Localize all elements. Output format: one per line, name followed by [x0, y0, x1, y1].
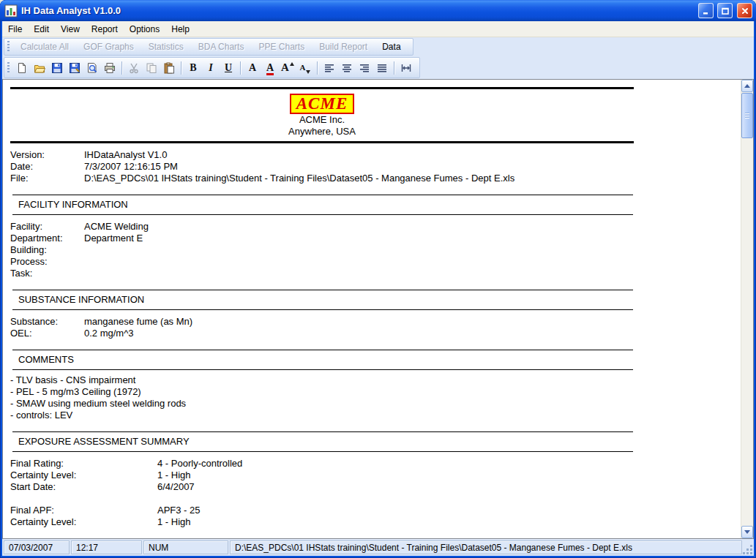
close-button[interactable] [737, 3, 752, 18]
save-as-button[interactable] [66, 59, 83, 77]
scroll-down-button[interactable] [741, 526, 753, 538]
font-color-icon: A [266, 63, 274, 73]
menu-report[interactable]: Report [86, 22, 124, 37]
scroll-up-button[interactable] [741, 80, 753, 92]
open-button[interactable] [31, 59, 48, 77]
company-name: ACME Inc. [10, 114, 634, 126]
field-certainty-level: Certainty Level: 1 - High [10, 470, 741, 481]
report-rule-thick [10, 141, 634, 143]
build-report-button: Build Report [312, 39, 375, 54]
field-value: IHDataAnalyst V1.0 [84, 149, 167, 161]
align-center-button[interactable] [338, 59, 356, 77]
underline-button[interactable]: U [220, 59, 237, 77]
status-file-path: D:\EAS_PDCs\01 IHStats training\Student … [230, 540, 742, 554]
facility-section-body: Facility: ACME Welding Department: Depar… [10, 221, 741, 279]
field-label: Substance: [10, 316, 84, 328]
align-right-button[interactable] [356, 59, 373, 77]
minimize-button[interactable] [698, 3, 714, 18]
comment-line: - controls: LEV [10, 410, 741, 421]
font-icon: A [249, 63, 256, 73]
ppe-charts-button: PPE Charts [251, 39, 312, 54]
align-left-button[interactable] [321, 59, 338, 77]
field-substance: Substance: manganese fume (as Mn) [10, 316, 741, 328]
section-header-exposure: EXPOSURE ASSESSMENT SUMMARY [12, 431, 633, 452]
new-button[interactable] [13, 59, 31, 77]
print-button[interactable] [101, 59, 119, 77]
arrow-down-icon [744, 530, 750, 534]
field-value: D:\EAS_PDCs\01 IHStats training\Student … [84, 173, 514, 184]
save-button[interactable] [48, 59, 66, 77]
field-value: 0.2 mg/m^3 [84, 328, 134, 339]
grow-font-icon: A [281, 62, 289, 73]
app-window: IH Data Analyst V1.0.0 File Edit View Re… [0, 0, 756, 558]
field-file: File: D:\EAS_PDCs\01 IHStats training\St… [10, 173, 741, 184]
field-value: 1 - High [157, 516, 191, 528]
field-value: 7/3/2007 12:16:15 PM [84, 161, 178, 173]
cut-icon [128, 62, 140, 74]
status-time: 12:17 [71, 540, 142, 554]
shrink-font-icon: A [300, 64, 306, 72]
field-final-rating: Final Rating: 4 - Poorly-controlled [10, 458, 741, 470]
toolbar-grip[interactable] [7, 62, 10, 74]
comments-section-body: - TLV basis - CNS impairment - PEL - 5 m… [10, 374, 741, 421]
open-folder-icon [34, 62, 45, 74]
document-area: ACME ACME Inc. Anywhere, USA Version: IH… [2, 79, 754, 539]
italic-icon: I [209, 63, 212, 73]
app-icon [4, 4, 18, 18]
page-width-icon [400, 62, 412, 74]
font-button[interactable]: A [244, 59, 261, 77]
field-value: APF3 - 25 [157, 505, 201, 516]
gof-graphs-button: GOF Graphs [76, 39, 141, 54]
paste-button[interactable] [160, 59, 178, 77]
menu-help[interactable]: Help [165, 22, 195, 37]
comment-line: - SMAW using medium steel welding rods [10, 398, 741, 410]
calculate-all-button: Calculate All [13, 39, 76, 54]
section-header-comments: COMMENTS [12, 350, 633, 370]
font-color-button[interactable]: A [261, 59, 279, 77]
bold-button[interactable]: B [184, 59, 202, 77]
menu-options[interactable]: Options [124, 22, 165, 37]
vertical-scrollbar[interactable] [741, 80, 753, 538]
increase-arrow-icon [290, 62, 294, 66]
grow-font-button[interactable]: A [279, 59, 296, 77]
italic-button[interactable]: I [202, 59, 220, 77]
scrollbar-thumb[interactable] [741, 93, 753, 138]
field-label: Final Rating: [10, 458, 157, 470]
menu-edit[interactable]: Edit [28, 22, 55, 37]
standard-toolbar: B I U A A A [2, 56, 754, 79]
toolbar-separator [181, 61, 181, 75]
align-left-icon [323, 62, 335, 74]
close-icon [741, 7, 749, 15]
justify-button[interactable] [373, 59, 391, 77]
bda-charts-button: BDA Charts [191, 39, 252, 54]
page-width-button[interactable] [397, 59, 415, 77]
underline-icon: U [225, 63, 232, 73]
field-label: Task: [10, 268, 84, 279]
maximize-button[interactable] [717, 3, 733, 18]
acme-logo: ACME [290, 94, 354, 114]
field-label: Final APF: [10, 505, 157, 516]
toolbar-separator [394, 61, 394, 75]
company-location: Anywhere, USA [10, 126, 634, 137]
toolbar-grip[interactable] [7, 41, 10, 53]
toolbar-separator [317, 61, 318, 75]
data-button[interactable]: Data [375, 39, 408, 54]
menu-file[interactable]: File [2, 22, 28, 37]
justify-icon [376, 62, 388, 74]
align-right-icon [359, 62, 370, 74]
bold-icon: B [190, 63, 196, 73]
field-label: Start Date: [10, 481, 157, 493]
title-bar[interactable]: IH Data Analyst V1.0.0 [0, 0, 756, 21]
cut-button [125, 59, 143, 77]
menu-view[interactable]: View [55, 22, 86, 37]
field-version: Version: IHDataAnalyst V1.0 [10, 149, 741, 161]
arrow-up-icon [744, 84, 750, 88]
field-value: manganese fume (as Mn) [84, 316, 192, 328]
print-preview-button[interactable] [83, 59, 101, 77]
field-process: Process: [10, 256, 741, 268]
section-title: SUBSTANCE INFORMATION [18, 294, 144, 305]
resize-grip[interactable] [743, 545, 753, 555]
copy-button [143, 59, 160, 77]
exposure-section-body: Final Rating: 4 - Poorly-controlled Cert… [10, 458, 741, 528]
shrink-font-button[interactable]: A [296, 59, 314, 77]
